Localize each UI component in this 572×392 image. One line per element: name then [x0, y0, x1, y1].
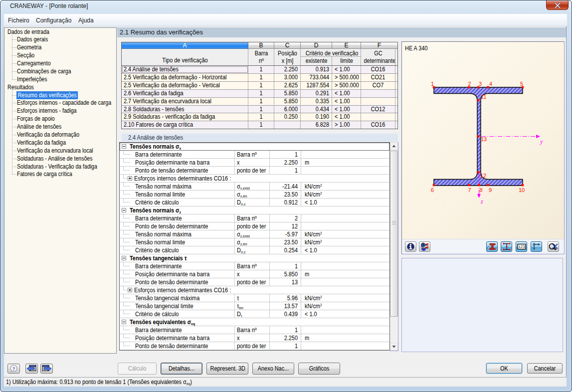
svg-text:3: 3	[479, 81, 482, 87]
svg-text:7: 7	[468, 187, 471, 193]
svg-text:1: 1	[431, 81, 434, 87]
svg-text:5: 5	[520, 81, 523, 87]
svg-text:11: 11	[481, 94, 486, 100]
svg-text:9: 9	[489, 187, 492, 193]
svg-text:?: ?	[12, 366, 15, 372]
svg-text:4: 4	[489, 81, 492, 87]
svg-text:2: 2	[468, 81, 471, 87]
svg-text:8: 8	[480, 187, 483, 193]
svg-text:123: 123	[518, 244, 525, 249]
svg-text:10: 10	[519, 187, 525, 193]
svg-text:z: z	[480, 198, 483, 205]
svg-text:6: 6	[431, 187, 434, 193]
svg-text:y: y	[540, 138, 543, 145]
svg-text:12: 12	[480, 173, 486, 179]
svg-text:13: 13	[481, 136, 487, 142]
